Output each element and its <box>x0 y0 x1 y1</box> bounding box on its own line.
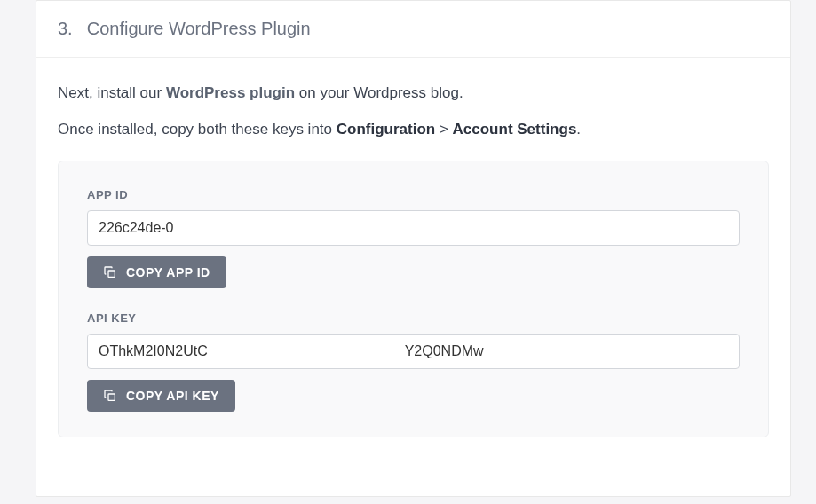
copy-api-key-button[interactable]: COPY API KEY <box>87 380 235 412</box>
step-content: Next, install our WordPress plugin on yo… <box>36 58 790 455</box>
copy-api-key-label: COPY API KEY <box>126 389 219 403</box>
install-instruction: Next, install our WordPress plugin on yo… <box>58 81 769 105</box>
step-header: 3. Configure WordPress Plugin <box>36 1 790 58</box>
keys-panel: APP ID COPY APP ID API KEY <box>58 161 769 437</box>
separator: > <box>435 121 452 138</box>
api-key-label: API KEY <box>87 311 740 325</box>
copy-icon <box>103 265 117 280</box>
text: . <box>576 121 581 138</box>
step-number: 3. <box>58 19 73 39</box>
copy-icon <box>103 389 117 403</box>
app-id-label: APP ID <box>87 188 740 201</box>
api-key-input[interactable] <box>87 334 740 369</box>
text: Once installed, copy both these keys int… <box>58 121 337 138</box>
step-card: 3. Configure WordPress Plugin Next, inst… <box>36 0 791 497</box>
app-id-input[interactable] <box>87 210 740 246</box>
api-key-group: API KEY COPY API KEY <box>87 311 740 412</box>
text: on your Wordpress blog. <box>295 84 463 101</box>
text: Next, install our <box>58 84 166 101</box>
wordpress-plugin-link[interactable]: WordPress plugin <box>166 84 295 101</box>
copy-app-id-button[interactable]: COPY APP ID <box>87 256 226 288</box>
svg-rect-0 <box>108 271 115 277</box>
account-settings-label: Account Settings <box>453 121 577 138</box>
copy-keys-instruction: Once installed, copy both these keys int… <box>58 117 769 141</box>
step-title: Configure WordPress Plugin <box>87 19 311 39</box>
configuration-label: Configuration <box>337 121 435 138</box>
copy-app-id-label: COPY APP ID <box>126 265 210 280</box>
svg-rect-1 <box>108 394 115 400</box>
app-id-group: APP ID COPY APP ID <box>87 188 740 288</box>
